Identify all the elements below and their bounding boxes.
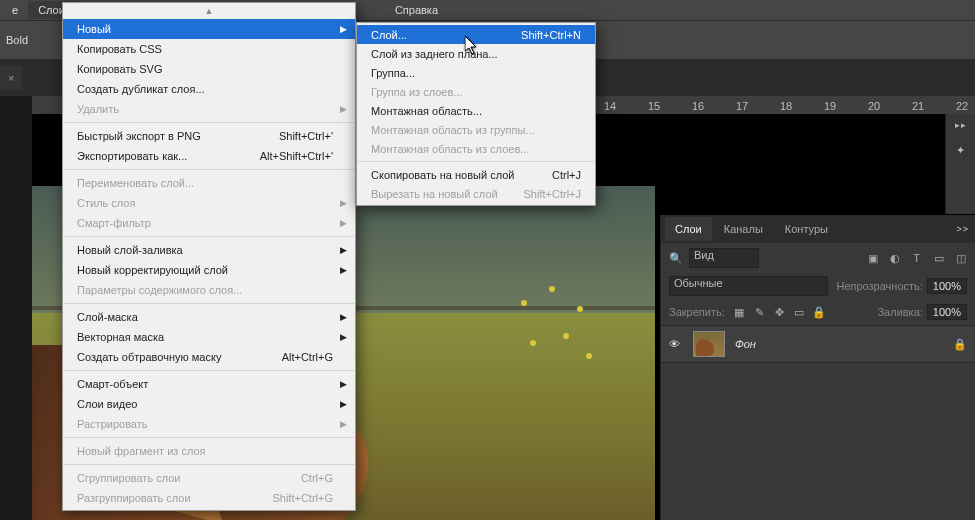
menu-item[interactable]: Копировать CSS	[63, 39, 355, 59]
layers-panel: Слои Каналы Контуры >> 🔍 Вид ▣ ◐ T ▭ ◫ О…	[660, 215, 975, 520]
ruler-label: 15	[648, 100, 660, 112]
visibility-eye-icon[interactable]: 👁	[669, 338, 683, 350]
layer-thumbnail[interactable]	[693, 331, 725, 357]
menu-scroll-up-icon[interactable]: ▲	[63, 5, 355, 19]
menu-item[interactable]: Экспортировать как...Alt+Shift+Ctrl+'	[63, 146, 355, 166]
menu-item[interactable]: Смарт-объект▶	[63, 374, 355, 394]
lock-all-icon[interactable]: 🔒	[813, 306, 826, 319]
menu-item[interactable]: Слой из заднего плана...	[357, 44, 595, 63]
menu-item-shortcut: Shift+Ctrl+'	[279, 130, 333, 142]
menu-item-shortcut: Alt+Ctrl+G	[282, 351, 333, 363]
font-weight-label: Bold	[6, 34, 28, 46]
menu-item-label: Слой-маска	[77, 311, 138, 323]
close-icon[interactable]: ×	[8, 72, 14, 84]
menu-item-label: Слой...	[371, 29, 407, 41]
menu-item: Монтажная область из группы...	[357, 120, 595, 139]
menu-item-label: Слой из заднего плана...	[371, 48, 498, 60]
lock-brush-icon[interactable]: ✎	[753, 306, 766, 319]
menu-item-shortcut: Ctrl+J	[552, 169, 581, 181]
panel-flyout-icon[interactable]: >>	[956, 224, 969, 234]
tab-layers[interactable]: Слои	[665, 217, 712, 241]
menu-item[interactable]: Новый слой-заливка▶	[63, 240, 355, 260]
menu-item: Группа из слоев...	[357, 82, 595, 101]
filter-shape-icon[interactable]: ▭	[932, 252, 945, 265]
panel-menu-icon[interactable]: ▸▸	[955, 120, 967, 130]
menu-item-label: Растрировать	[77, 418, 148, 430]
menu-item-help[interactable]: Справка	[385, 1, 448, 19]
ruler-label: 14	[604, 100, 616, 112]
filter-smart-icon[interactable]: ◫	[954, 252, 967, 265]
menu-item[interactable]: Быстрый экспорт в PNGShift+Ctrl+'	[63, 126, 355, 146]
menu-item[interactable]: Копировать SVG	[63, 59, 355, 79]
layer-filter-row: 🔍 Вид ▣ ◐ T ▭ ◫	[661, 243, 975, 273]
menu-item[interactable]: Новый корректирующий слой▶	[63, 260, 355, 280]
menu-item: Монтажная область из слоев...	[357, 139, 595, 158]
submenu-arrow-icon: ▶	[340, 419, 347, 429]
menu-item-label: Создать обтравочную маску	[77, 351, 221, 363]
menu-item-edit-fragment[interactable]: е	[2, 1, 28, 19]
menu-item-shortcut: Ctrl+G	[301, 472, 333, 484]
ruler-label: 16	[692, 100, 704, 112]
menu-item[interactable]: Слой...Shift+Ctrl+N	[357, 25, 595, 44]
menu-item-label: Монтажная область из группы...	[371, 124, 535, 136]
menu-item: Удалить▶	[63, 99, 355, 119]
tab-paths[interactable]: Контуры	[775, 217, 838, 241]
menu-item[interactable]: Создать дубликат слоя...	[63, 79, 355, 99]
layer-name[interactable]: Фон	[735, 338, 756, 350]
menu-item[interactable]: Создать обтравочную маскуAlt+Ctrl+G	[63, 347, 355, 367]
menu-separator	[64, 122, 354, 123]
menu-item: Стиль слоя▶	[63, 193, 355, 213]
submenu-arrow-icon: ▶	[340, 332, 347, 342]
menu-item: Переименовать слой...	[63, 173, 355, 193]
lock-position-icon[interactable]: ✥	[773, 306, 786, 319]
layer-row[interactable]: 👁 Фон 🔒	[661, 325, 975, 363]
menu-item[interactable]: Слои видео▶	[63, 394, 355, 414]
opacity-value[interactable]: 100%	[927, 278, 967, 294]
tab-channels[interactable]: Каналы	[714, 217, 773, 241]
right-collapsed-panels[interactable]: ▸▸ ✦	[945, 114, 975, 214]
ruler-label: 22	[956, 100, 968, 112]
menu-item-label: Новый слой-заливка	[77, 244, 183, 256]
menu-item-label: Скопировать на новый слой	[371, 169, 514, 181]
menu-item: Параметры содержимого слоя...	[63, 280, 355, 300]
fill-value[interactable]: 100%	[927, 304, 967, 320]
menu-item-label: Монтажная область из слоев...	[371, 143, 529, 155]
lock-label: Закрепить:	[669, 306, 725, 318]
lock-artboard-icon[interactable]: ▭	[793, 306, 806, 319]
menu-item-label: Переименовать слой...	[77, 177, 194, 189]
ruler-label: 20	[868, 100, 880, 112]
filter-kind-dropdown[interactable]: Вид	[689, 248, 759, 268]
menu-item-shortcut: Shift+Ctrl+J	[524, 188, 581, 200]
layer-lock-icon[interactable]: 🔒	[953, 338, 967, 351]
filter-image-icon[interactable]: ▣	[866, 252, 879, 265]
menu-item-label: Слои видео	[77, 398, 137, 410]
blend-mode-dropdown[interactable]: Обычные	[669, 276, 828, 296]
submenu-arrow-icon: ▶	[340, 312, 347, 322]
panel-shortcut-icon[interactable]: ✦	[956, 144, 965, 157]
filter-text-icon[interactable]: T	[910, 252, 923, 265]
menu-item-label: Новый корректирующий слой	[77, 264, 228, 276]
lock-pixels-icon[interactable]: ▦	[733, 306, 746, 319]
menu-item[interactable]: Скопировать на новый слойCtrl+J	[357, 165, 595, 184]
search-icon: 🔍	[669, 252, 683, 265]
menu-item[interactable]: Монтажная область...	[357, 101, 595, 120]
menu-separator	[64, 464, 354, 465]
menu-item-label: Создать дубликат слоя...	[77, 83, 205, 95]
menu-item-label: Параметры содержимого слоя...	[77, 284, 242, 296]
menu-item-label: Быстрый экспорт в PNG	[77, 130, 201, 142]
filter-fx-icon[interactable]: ◐	[888, 252, 901, 265]
ruler-label: 18	[780, 100, 792, 112]
menu-item-shortcut: Shift+Ctrl+N	[521, 29, 581, 41]
menu-item-label: Разгруппировать слои	[77, 492, 191, 504]
menu-item[interactable]: Группа...	[357, 63, 595, 82]
menu-item: Вырезать на новый слойShift+Ctrl+J	[357, 184, 595, 203]
document-tab[interactable]: ×	[0, 66, 22, 90]
menu-item-label: Вырезать на новый слой	[371, 188, 498, 200]
menu-separator	[64, 303, 354, 304]
menu-item[interactable]: Новый▶	[63, 19, 355, 39]
menu-item-label: Монтажная область...	[371, 105, 482, 117]
menu-item[interactable]: Векторная маска▶	[63, 327, 355, 347]
menu-item-label: Удалить	[77, 103, 119, 115]
menu-item[interactable]: Слой-маска▶	[63, 307, 355, 327]
menu-separator	[64, 437, 354, 438]
